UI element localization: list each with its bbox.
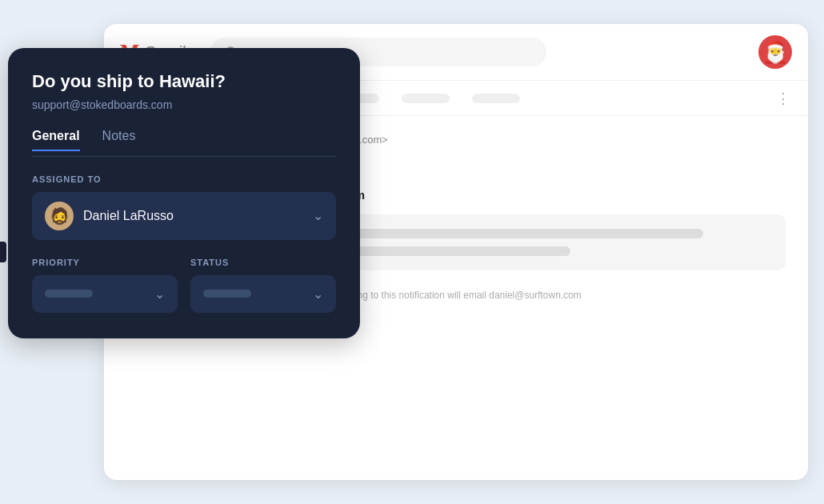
priority-status-row: PRIORITY ⌄ STATUS ⌄: [32, 258, 336, 313]
assigned-to-dropdown[interactable]: 🧔 Daniel LaRusso ⌄: [32, 192, 336, 240]
tab-notes[interactable]: Notes: [102, 129, 136, 151]
assigned-name: Daniel LaRusso: [83, 209, 303, 223]
email-tab-5[interactable]: [402, 94, 450, 103]
priority-col: PRIORITY ⌄: [32, 258, 178, 313]
status-chevron-icon: ⌄: [313, 286, 323, 302]
assigned-avatar: 🧔: [45, 202, 74, 230]
left-panel: Do you ship to Hawaii? support@stokedboa…: [8, 48, 360, 338]
priority-chevron-icon: ⌄: [154, 286, 165, 302]
user-avatar-top[interactable]: 🎅: [758, 35, 792, 69]
status-col: STATUS ⌄: [190, 258, 336, 313]
status-value-bar: [203, 290, 251, 298]
status-dropdown[interactable]: ⌄: [190, 275, 336, 313]
assigned-avatar-emoji: 🧔: [50, 206, 70, 226]
panel-subtitle: support@stokedboards.com: [32, 98, 336, 111]
tab-divider: [32, 156, 336, 157]
assigned-to-label: ASSIGNED TO: [32, 174, 336, 184]
more-options-icon[interactable]: ⋮: [776, 90, 792, 107]
panel-tabs: General Notes: [32, 129, 336, 151]
priority-dropdown[interactable]: ⌄: [32, 275, 178, 313]
panel-title: Do you ship to Hawaii?: [32, 70, 336, 94]
bookmark-icon: [0, 242, 6, 262]
tab-general[interactable]: General: [32, 129, 80, 151]
priority-label: PRIORITY: [32, 258, 178, 267]
scene: M Gmail 🎅 ⋮: [0, 0, 824, 504]
priority-value-bar: [45, 290, 93, 298]
assigned-chevron-icon: ⌄: [313, 208, 323, 223]
status-label: STATUS: [190, 258, 336, 267]
email-tab-6[interactable]: [472, 94, 520, 103]
